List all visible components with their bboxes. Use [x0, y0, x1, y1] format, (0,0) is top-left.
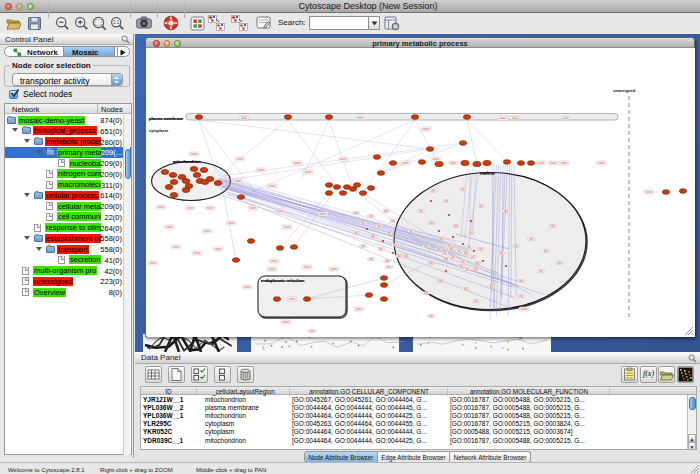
- svg-text:1:1: 1:1: [113, 20, 120, 25]
- svg-text:cytoplasm: cytoplasm: [149, 128, 169, 133]
- svg-text:nucleus: nucleus: [480, 171, 495, 176]
- svg-text:endoplasmic reticulum: endoplasmic reticulum: [261, 278, 304, 283]
- svg-text:plasma membrane: plasma membrane: [149, 116, 184, 121]
- svg-text:unassigned: unassigned: [613, 88, 636, 93]
- svg-text:mitochondrion: mitochondrion: [173, 159, 201, 164]
